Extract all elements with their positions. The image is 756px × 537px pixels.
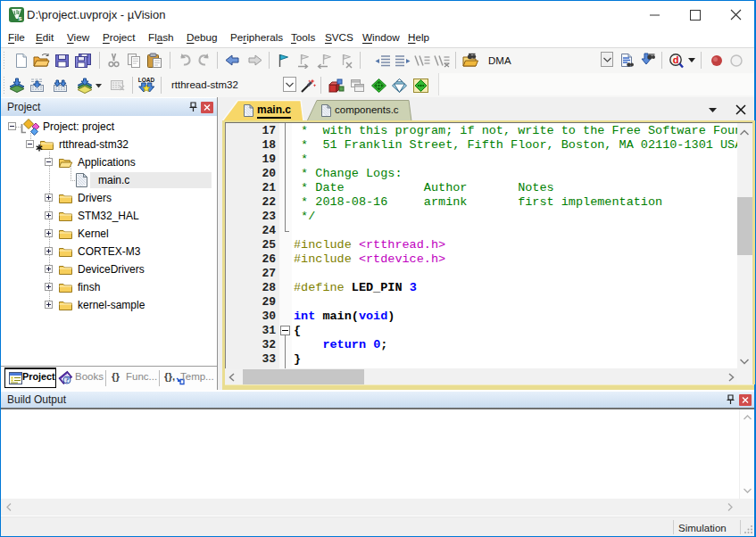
svg-text:LOAD: LOAD: [138, 77, 155, 83]
svg-text:d: d: [673, 54, 679, 65]
svg-text:s: s: [18, 14, 22, 22]
svg-text:?: ?: [65, 376, 69, 384]
